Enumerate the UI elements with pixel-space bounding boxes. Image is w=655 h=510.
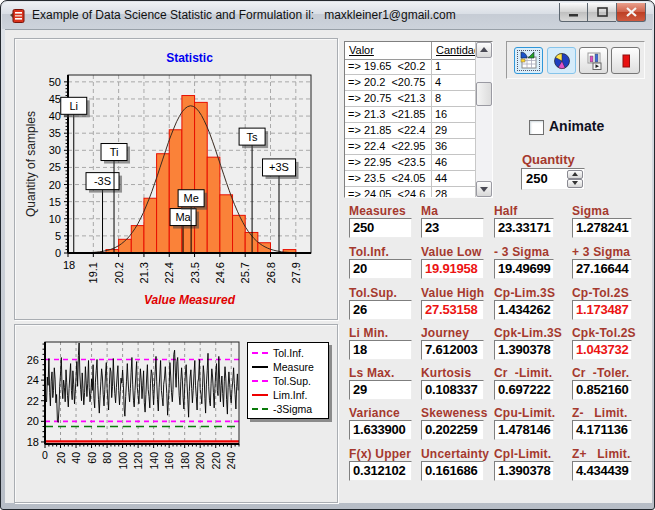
stat-label: Tol.Sup. (349, 286, 397, 300)
legend-line-sample (252, 394, 268, 396)
legend-label: Tol.Inf. (273, 347, 304, 359)
cell-cantidad: 28 (432, 187, 475, 197)
stat-field[interactable]: 19.49699 (494, 259, 554, 279)
legend-line-sample (252, 408, 268, 410)
table-scrollbar[interactable] (475, 42, 492, 197)
stat-field[interactable]: 18 (349, 340, 412, 360)
legend-item: Tol.Inf. (248, 346, 328, 360)
chart-toolbar (506, 41, 645, 79)
stat-field[interactable]: 0.697222 (494, 380, 554, 400)
stat-field[interactable]: 20 (349, 259, 412, 279)
svg-text:19.1: 19.1 (87, 262, 99, 283)
cell-valor: => 20.2 <20.75 (345, 75, 432, 90)
svg-text:-3S: -3S (94, 175, 111, 187)
stat-label: Cpl-Limit. (494, 447, 551, 461)
table-row[interactable]: => 22.95 <23.546 (345, 155, 475, 171)
stat-label: Tol.Inf. (349, 245, 389, 259)
stat-field[interactable]: 1.390378 (494, 340, 554, 360)
cell-cantidad: 4 (432, 75, 475, 90)
table-row[interactable]: => 21.3 <21.8516 (345, 107, 475, 123)
stat-field[interactable]: 0.161686 (421, 461, 484, 481)
cell-valor: => 23.5 <24.05 (345, 171, 432, 186)
stat-field[interactable]: 250 (349, 218, 412, 238)
stat-field[interactable]: 0.202259 (421, 420, 484, 440)
histogram-svg: 051015202530354045501819.120.221.322.423… (15, 39, 337, 317)
minimize-button[interactable] (559, 3, 588, 22)
stat-field[interactable]: 4.171136 (572, 420, 632, 440)
quantity-spinedit[interactable]: 250 (521, 168, 585, 190)
stat-label: Cpk-Tol.2S (572, 326, 636, 340)
stat-field[interactable]: 1.478146 (494, 420, 554, 440)
stat-field[interactable]: 0.108337 (421, 380, 484, 400)
legend-label: Tol.Sup. (273, 375, 311, 387)
column-header-valor[interactable]: Valor (345, 42, 432, 59)
scroll-up-button[interactable] (476, 42, 492, 58)
svg-text:27.9: 27.9 (290, 262, 302, 283)
stat-field[interactable]: 1.633900 (349, 420, 412, 440)
bar-view-button[interactable] (579, 47, 608, 74)
stat-field[interactable]: 23 (421, 218, 484, 238)
stat-label: Measures (349, 204, 406, 218)
svg-text:Ma: Ma (175, 211, 191, 223)
histogram-x-axis-label: Value Measured (68, 293, 311, 307)
stat-field[interactable]: 19.91958 (421, 259, 484, 279)
animate-label: Animate (549, 118, 604, 134)
scrollbar-thumb[interactable] (476, 82, 492, 106)
stat-field[interactable]: 1.278241 (572, 218, 632, 238)
stat-label: Cr -Limit. (494, 366, 552, 380)
stat-label: Z+ Limit. (572, 447, 631, 461)
svg-text:24.6: 24.6 (214, 262, 226, 283)
svg-text:15: 15 (49, 196, 61, 208)
cell-valor: => 21.85 <22.4 (345, 123, 432, 138)
legend-line-sample (252, 366, 268, 368)
minimize-icon (569, 8, 579, 17)
svg-text:140: 140 (148, 452, 160, 470)
stat-field[interactable]: 27.53158 (421, 300, 484, 320)
cell-cantidad: 46 (432, 155, 475, 170)
table-header[interactable]: Valor Cantidad (345, 42, 492, 60)
legend-line-sample (252, 380, 268, 382)
svg-text:80: 80 (101, 452, 113, 464)
arrow-up-icon (480, 47, 488, 52)
table-row[interactable]: => 23.5 <24.0544 (345, 171, 475, 187)
stat-label: Ls Max. (349, 366, 394, 380)
stat-field[interactable]: 4.434439 (572, 461, 632, 481)
legend-item: Tol.Sup. (248, 374, 328, 388)
stat-label: Uncertainty (421, 447, 489, 461)
stat-field[interactable]: 1.390378 (494, 461, 554, 481)
table-row[interactable]: => 20.2 <20.754 (345, 75, 475, 91)
stat-field[interactable]: 1.043732 (572, 340, 632, 360)
stat-field[interactable]: 7.612003 (421, 340, 484, 360)
table-row[interactable]: => 20.75 <21.38 (345, 91, 475, 107)
stat-field[interactable]: 1.434262 (494, 300, 554, 320)
client-area: Statistic Quantity of samples 0510152025… (5, 29, 652, 503)
animate-checkbox[interactable] (529, 120, 544, 135)
close-button[interactable] (616, 3, 646, 22)
stat-field[interactable]: 1.173487 (572, 300, 632, 320)
table-row[interactable]: => 21.85 <22.429 (345, 123, 475, 139)
cell-cantidad: 36 (432, 139, 475, 154)
stat-field[interactable]: 23.33171 (494, 218, 554, 238)
spin-down-button[interactable] (567, 179, 583, 188)
stat-label: Cp-Lim.3S (494, 286, 555, 300)
maximize-button[interactable] (588, 3, 616, 22)
table-row[interactable]: => 22.4 <22.9536 (345, 139, 475, 155)
titlebar[interactable]: Example of Data Science Statistic and Fo… (2, 2, 653, 29)
stat-field[interactable]: 0.852160 (572, 380, 632, 400)
svg-text:5: 5 (55, 230, 61, 242)
cell-cantidad: 1 (432, 59, 475, 74)
stat-field[interactable]: 29 (349, 380, 412, 400)
legend-label: Lim.Inf. (273, 389, 307, 401)
pie-view-button[interactable] (547, 47, 576, 74)
stat-field[interactable]: 0.312102 (349, 461, 412, 481)
stop-button[interactable] (611, 47, 640, 74)
quantity-value[interactable]: 250 (526, 170, 548, 188)
stat-field[interactable]: 26 (349, 300, 412, 320)
spin-up-button[interactable] (567, 170, 583, 179)
table-row[interactable]: => 19.65 <20.21 (345, 59, 475, 75)
stat-field[interactable]: 27.16644 (572, 259, 632, 279)
table-row[interactable]: => 24.05 <24.628 (345, 187, 475, 197)
scroll-down-button[interactable] (476, 181, 492, 197)
legend-item: Lim.Inf. (248, 388, 328, 402)
histogram-view-button[interactable] (514, 47, 543, 74)
